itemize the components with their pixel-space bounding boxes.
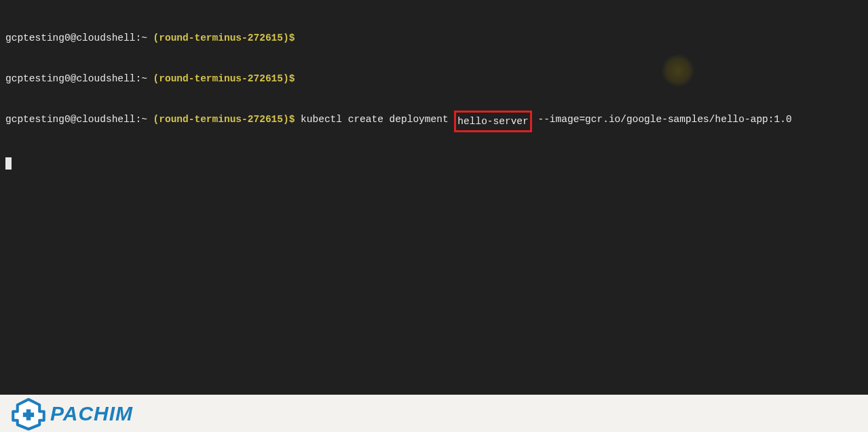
prompt-user: gcptesting0@cloudshell (5, 73, 135, 84)
prompt-sep: : (135, 114, 141, 125)
prompt-path: ~ (141, 114, 147, 125)
brand-text: PACHIM (50, 407, 133, 420)
prompt-project: round-terminus-272615 (159, 114, 283, 125)
prompt-dollar: $ (289, 33, 295, 43)
pachim-logo-icon (11, 396, 46, 431)
prompt-space (147, 114, 153, 125)
brand-logo: PACHIM (11, 396, 133, 431)
prompt-project: round-terminus-272615 (159, 33, 283, 43)
command-pre: kubectl create deployment (295, 114, 454, 125)
prompt-dollar: $ (289, 73, 295, 84)
prompt-rparen: ) (283, 33, 289, 43)
cursor-block-icon (5, 157, 12, 170)
prompt-lparen: ( (153, 114, 159, 125)
terminal-line: gcptesting0@cloudshell:~ (round-terminus… (5, 113, 863, 130)
prompt-path: ~ (141, 33, 147, 43)
terminal-line: gcptesting0@cloudshell:~ (round-terminus… (5, 31, 863, 45)
prompt-user: gcptesting0@cloudshell (5, 114, 135, 125)
highlight-box: hello-server (454, 111, 531, 132)
prompt-rparen: ) (283, 73, 289, 84)
prompt-rparen: ) (283, 114, 289, 125)
command-post: --image=gcr.io/google-samples/hello-app:… (532, 114, 792, 125)
prompt-space (147, 73, 153, 84)
prompt-path: ~ (141, 73, 147, 84)
prompt-space (147, 33, 153, 43)
prompt-sep: : (135, 73, 141, 84)
svg-rect-1 (23, 412, 34, 417)
cursor-line (5, 157, 863, 171)
terminal-line: gcptesting0@cloudshell:~ (round-terminus… (5, 72, 863, 85)
prompt-project: round-terminus-272615 (159, 73, 283, 84)
terminal[interactable]: gcptesting0@cloudshell:~ (round-terminus… (0, 0, 868, 395)
highlighted-text: hello-server (457, 116, 528, 127)
prompt-lparen: ( (153, 73, 159, 84)
prompt-lparen: ( (153, 33, 159, 43)
prompt-sep: : (135, 33, 141, 43)
bottom-bar: PACHIM (0, 395, 868, 432)
prompt-user: gcptesting0@cloudshell (5, 33, 135, 43)
